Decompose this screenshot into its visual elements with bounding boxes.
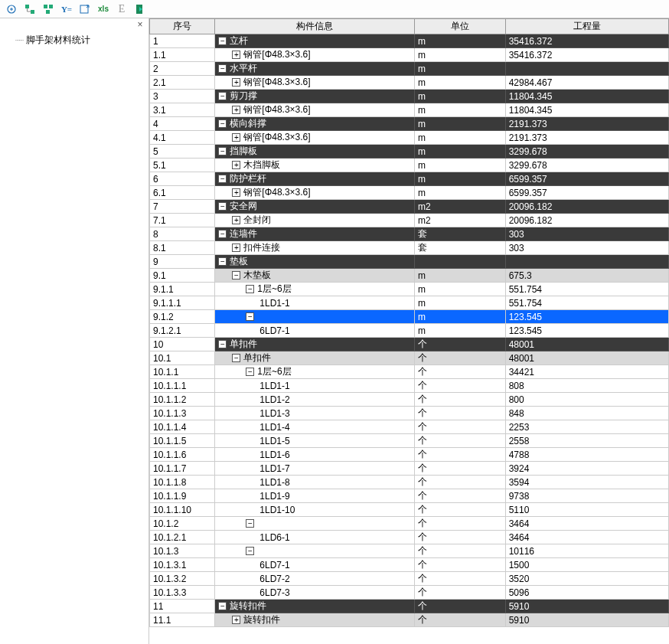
table-row[interactable]: 8.1+扣件连接套303 (150, 241, 669, 255)
table-row[interactable]: 10.1.1.21LD1-2个800 (150, 393, 669, 407)
info-label: 1层~6层 (257, 365, 291, 378)
collapse-icon[interactable]: − (218, 119, 227, 128)
collapse-icon[interactable]: − (246, 368, 254, 376)
table-row[interactable]: 9.1.1.11LD1-1m551.754 (150, 296, 669, 310)
expand-icon[interactable]: + (232, 188, 240, 197)
table-row[interactable]: 6.1+钢管[Φ48.3×3.6]m6599.357 (150, 186, 669, 200)
col-seq[interactable]: 序号 (150, 19, 215, 34)
xls-icon[interactable]: xls (95, 2, 112, 17)
table-row[interactable]: 9.1.2−m123.545 (150, 310, 669, 324)
info-label: 扣件连接 (243, 241, 280, 254)
table-row[interactable]: 10.1.1.71LD1-7个3924 (150, 462, 669, 476)
table-row[interactable]: 7.1+全封闭m220096.182 (150, 214, 669, 227)
table-row[interactable]: 10.1.3−个10116 (150, 544, 669, 558)
collapse-icon[interactable]: − (232, 354, 240, 362)
table-row[interactable]: 10.1.2−个3464 (150, 517, 669, 531)
table-row[interactable]: 4.1+钢管[Φ48.3×3.6]m2191.373 (150, 131, 669, 145)
col-unit[interactable]: 单位 (415, 19, 506, 34)
table-row[interactable]: 10.1.1.31LD1-3个848 (150, 407, 669, 420)
expand-icon[interactable]: + (232, 51, 240, 59)
node2-icon[interactable] (40, 2, 57, 17)
collapse-icon[interactable]: − (218, 257, 227, 266)
collapse-icon[interactable]: − (246, 547, 254, 555)
table-row[interactable]: 7−安全网m220096.182 (150, 200, 669, 214)
e-icon[interactable]: E (113, 2, 130, 17)
info-label: 钢管[Φ48.3×3.6] (243, 103, 310, 116)
collapse-icon[interactable]: − (218, 37, 227, 45)
node1-icon[interactable] (21, 2, 38, 17)
exit-icon[interactable] (132, 2, 148, 17)
cell-seq: 10.1.1.6 (150, 448, 215, 462)
table-row[interactable]: 10.1.3.26LD7-2个3520 (150, 572, 669, 586)
collapse-icon[interactable]: − (218, 175, 227, 183)
table-row[interactable]: 8−连墙件套303 (150, 227, 669, 241)
expand-icon[interactable]: + (232, 216, 240, 224)
collapse-icon[interactable]: − (218, 340, 227, 348)
formula-icon[interactable]: Y= (58, 2, 75, 17)
cell-seq: 9.1.2 (150, 310, 215, 324)
cell-info: 6LD7-1 (215, 324, 415, 338)
table-row[interactable]: 10.1.1.41LD1-4个2253 (150, 420, 669, 434)
table-row[interactable]: 9.1.2.16LD7-1m123.545 (150, 324, 669, 338)
table-row[interactable]: 10.1.1.81LD1-8个3594 (150, 476, 669, 489)
table-row[interactable]: 3−剪刀撑m11804.345 (150, 90, 669, 103)
collapse-icon[interactable]: − (246, 285, 254, 293)
table-row[interactable]: 10.1.1−1层~6层个34421 (150, 365, 669, 379)
tree-root-label: 脚手架材料统计 (26, 34, 90, 47)
collapse-icon[interactable]: − (246, 312, 254, 321)
cell-seq: 2 (150, 62, 215, 76)
table-row[interactable]: 11−旋转扣件个5910 (150, 600, 669, 613)
collapse-icon[interactable]: − (218, 602, 227, 610)
info-label: 1LD1-2 (259, 394, 289, 405)
table-row[interactable]: 9.1.1−1层~6层m551.754 (150, 283, 669, 296)
expand-icon[interactable]: + (232, 133, 240, 142)
collapse-icon[interactable]: − (232, 271, 240, 280)
table-row[interactable]: 10.1.1.101LD1-10个5110 (150, 503, 669, 517)
table-row[interactable]: 10.1.3.16LD7-1个1500 (150, 558, 669, 572)
collapse-icon[interactable]: − (218, 64, 227, 73)
cell-qty: 2191.373 (505, 117, 668, 131)
col-qty[interactable]: 工程量 (505, 19, 668, 34)
expand-icon[interactable]: + (232, 106, 240, 114)
cell-seq: 10.1.1.9 (150, 489, 215, 503)
collapse-icon[interactable]: − (218, 230, 227, 238)
table-row[interactable]: 9−垫板 (150, 255, 669, 269)
table-row[interactable]: 10.1.1.61LD1-6个4788 (150, 448, 669, 462)
table-row[interactable]: 10.1.1.51LD1-5个2558 (150, 434, 669, 448)
table-row[interactable]: 11.1+旋转扣件个5910 (150, 613, 669, 627)
expand-icon[interactable]: + (232, 78, 240, 87)
table-row[interactable]: 1−立杆m35416.372 (150, 34, 669, 48)
collapse-icon[interactable]: − (218, 92, 227, 100)
info-label: 连墙件 (230, 227, 257, 240)
table-row[interactable]: 9.1−木垫板m675.3 (150, 269, 669, 283)
link-icon[interactable] (3, 2, 20, 17)
table-row[interactable]: 2.1+钢管[Φ48.3×3.6]m42984.467 (150, 76, 669, 90)
expand-icon[interactable]: + (232, 244, 240, 252)
table-row[interactable]: 10.1.1.91LD1-9个9738 (150, 489, 669, 503)
table-row[interactable]: 5.1+木挡脚板m3299.678 (150, 159, 669, 172)
export-icon[interactable] (77, 2, 93, 17)
expand-icon[interactable]: + (232, 161, 240, 169)
table-row[interactable]: 3.1+钢管[Φ48.3×3.6]m11804.345 (150, 103, 669, 117)
collapse-icon[interactable]: − (246, 519, 254, 528)
cell-info: +扣件连接 (215, 241, 415, 255)
collapse-icon[interactable]: − (218, 202, 227, 211)
table-row[interactable]: 10−单扣件个48001 (150, 338, 669, 351)
table-row[interactable]: 10.1.3.36LD7-3个5096 (150, 586, 669, 600)
table-row[interactable]: 10.1.2.11LD6-1个3464 (150, 531, 669, 544)
table-row[interactable]: 2−水平杆m (150, 62, 669, 76)
table-row[interactable]: 10.1.1.11LD1-1个808 (150, 379, 669, 393)
cell-info: − (215, 310, 415, 324)
table-row[interactable]: 10.1−单扣件个48001 (150, 351, 669, 365)
expand-icon[interactable]: + (232, 616, 240, 624)
col-info[interactable]: 构件信息 (215, 19, 415, 34)
cell-qty: 5096 (505, 586, 668, 600)
tree-root-item[interactable]: ┈┈ 脚手架材料统计 (5, 32, 144, 48)
grid-panel[interactable]: 序号 构件信息 单位 工程量 1−立杆m35416.3721.1+钢管[Φ48.… (149, 18, 669, 644)
table-row[interactable]: 5−挡脚板m3299.678 (150, 145, 669, 159)
table-row[interactable]: 4−横向斜撑m2191.373 (150, 117, 669, 131)
close-icon[interactable]: × (135, 20, 145, 31)
table-row[interactable]: 6−防护栏杆m6599.357 (150, 172, 669, 186)
collapse-icon[interactable]: − (218, 147, 227, 155)
table-row[interactable]: 1.1+钢管[Φ48.3×3.6]m35416.372 (150, 48, 669, 62)
